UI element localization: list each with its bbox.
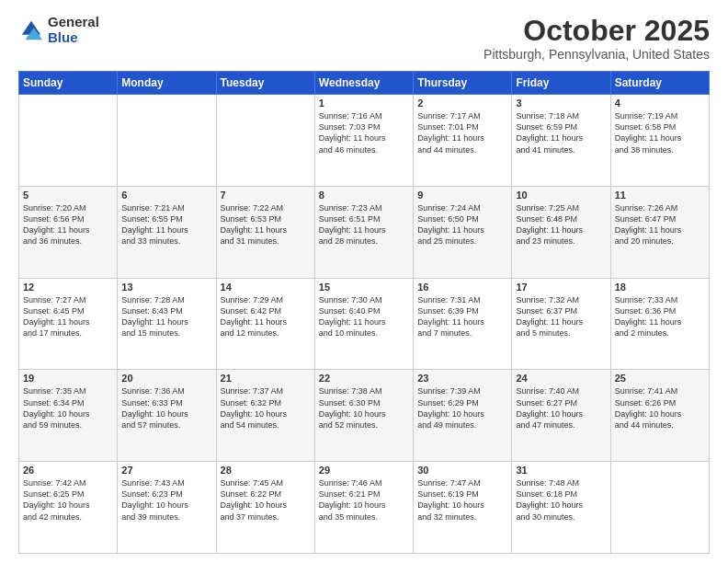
day-number: 8 [319, 190, 409, 201]
calendar-cell: 19Sunrise: 7:35 AM Sunset: 6:34 PM Dayli… [19, 370, 118, 462]
calendar-cell: 28Sunrise: 7:45 AM Sunset: 6:22 PM Dayli… [216, 462, 314, 554]
day-number: 25 [615, 373, 705, 384]
calendar: SundayMondayTuesdayWednesdayThursdayFrid… [18, 71, 710, 554]
calendar-cell: 18Sunrise: 7:33 AM Sunset: 6:36 PM Dayli… [610, 278, 709, 370]
calendar-week-2: 5Sunrise: 7:20 AM Sunset: 6:56 PM Daylig… [19, 186, 710, 278]
calendar-cell: 30Sunrise: 7:47 AM Sunset: 6:19 PM Dayli… [414, 462, 512, 554]
cell-content: Sunrise: 7:26 AM Sunset: 6:47 PM Dayligh… [615, 202, 705, 247]
cell-content: Sunrise: 7:38 AM Sunset: 6:30 PM Dayligh… [319, 385, 409, 431]
calendar-cell: 21Sunrise: 7:37 AM Sunset: 6:32 PM Dayli… [216, 370, 314, 462]
cell-content: Sunrise: 7:39 AM Sunset: 6:29 PM Dayligh… [417, 385, 507, 431]
calendar-cell: 4Sunrise: 7:19 AM Sunset: 6:58 PM Daylig… [610, 95, 709, 187]
page: General Blue October 2025 Pittsburgh, Pe… [0, 0, 728, 563]
calendar-cell [19, 95, 118, 187]
logo-text: General Blue [48, 15, 99, 45]
cell-content: Sunrise: 7:43 AM Sunset: 6:23 PM Dayligh… [121, 477, 211, 523]
day-number: 12 [23, 282, 113, 293]
calendar-cell: 17Sunrise: 7:32 AM Sunset: 6:37 PM Dayli… [512, 278, 610, 370]
calendar-cell: 15Sunrise: 7:30 AM Sunset: 6:40 PM Dayli… [314, 278, 413, 370]
day-number: 27 [121, 465, 211, 476]
day-number: 14 [221, 282, 311, 293]
calendar-week-4: 19Sunrise: 7:35 AM Sunset: 6:34 PM Dayli… [19, 370, 710, 462]
month-title: October 2025 [483, 15, 710, 47]
cell-content: Sunrise: 7:33 AM Sunset: 6:36 PM Dayligh… [615, 294, 705, 339]
day-number: 19 [23, 373, 113, 384]
calendar-cell: 20Sunrise: 7:36 AM Sunset: 6:33 PM Dayli… [118, 370, 216, 462]
day-number: 18 [615, 282, 705, 293]
subtitle: Pittsburgh, Pennsylvania, United States [483, 47, 710, 62]
day-number: 15 [319, 282, 409, 293]
cell-content: Sunrise: 7:16 AM Sunset: 7:03 PM Dayligh… [319, 110, 409, 155]
cell-content: Sunrise: 7:48 AM Sunset: 6:18 PM Dayligh… [516, 477, 606, 523]
day-header-tuesday: Tuesday [216, 72, 314, 95]
cell-content: Sunrise: 7:37 AM Sunset: 6:32 PM Dayligh… [221, 385, 311, 431]
cell-content: Sunrise: 7:17 AM Sunset: 7:01 PM Dayligh… [417, 110, 507, 155]
cell-content: Sunrise: 7:25 AM Sunset: 6:48 PM Dayligh… [516, 202, 606, 247]
day-header-saturday: Saturday [610, 72, 709, 95]
calendar-cell: 10Sunrise: 7:25 AM Sunset: 6:48 PM Dayli… [512, 186, 610, 278]
calendar-cell: 11Sunrise: 7:26 AM Sunset: 6:47 PM Dayli… [610, 186, 709, 278]
day-number: 26 [23, 465, 113, 476]
logo-icon [18, 17, 44, 43]
cell-content: Sunrise: 7:41 AM Sunset: 6:26 PM Dayligh… [615, 385, 705, 431]
day-header-sunday: Sunday [19, 72, 118, 95]
day-header-friday: Friday [512, 72, 610, 95]
calendar-cell [216, 95, 314, 187]
calendar-cell: 1Sunrise: 7:16 AM Sunset: 7:03 PM Daylig… [314, 95, 413, 187]
calendar-cell: 9Sunrise: 7:24 AM Sunset: 6:50 PM Daylig… [414, 186, 512, 278]
day-number: 21 [221, 373, 311, 384]
day-number: 9 [417, 190, 507, 201]
calendar-header-row: SundayMondayTuesdayWednesdayThursdayFrid… [19, 72, 710, 95]
day-number: 6 [121, 190, 211, 201]
day-number: 31 [516, 465, 606, 476]
calendar-cell: 13Sunrise: 7:28 AM Sunset: 6:43 PM Dayli… [118, 278, 216, 370]
day-number: 1 [319, 98, 409, 109]
logo-blue: Blue [48, 30, 99, 46]
cell-content: Sunrise: 7:42 AM Sunset: 6:25 PM Dayligh… [23, 477, 113, 523]
calendar-week-3: 12Sunrise: 7:27 AM Sunset: 6:45 PM Dayli… [19, 278, 710, 370]
title-block: October 2025 Pittsburgh, Pennsylvania, U… [483, 15, 710, 62]
calendar-cell: 23Sunrise: 7:39 AM Sunset: 6:29 PM Dayli… [414, 370, 512, 462]
day-number: 30 [417, 465, 507, 476]
day-number: 4 [615, 98, 705, 109]
day-number: 22 [319, 373, 409, 384]
day-number: 10 [516, 190, 606, 201]
cell-content: Sunrise: 7:20 AM Sunset: 6:56 PM Dayligh… [23, 202, 113, 247]
cell-content: Sunrise: 7:28 AM Sunset: 6:43 PM Dayligh… [121, 294, 211, 339]
day-number: 29 [319, 465, 409, 476]
calendar-cell: 5Sunrise: 7:20 AM Sunset: 6:56 PM Daylig… [19, 186, 118, 278]
day-number: 20 [121, 373, 211, 384]
calendar-week-1: 1Sunrise: 7:16 AM Sunset: 7:03 PM Daylig… [19, 95, 710, 187]
cell-content: Sunrise: 7:29 AM Sunset: 6:42 PM Dayligh… [221, 294, 311, 339]
day-header-thursday: Thursday [414, 72, 512, 95]
cell-content: Sunrise: 7:22 AM Sunset: 6:53 PM Dayligh… [221, 202, 311, 247]
cell-content: Sunrise: 7:21 AM Sunset: 6:55 PM Dayligh… [121, 202, 211, 247]
day-number: 5 [23, 190, 113, 201]
calendar-cell: 31Sunrise: 7:48 AM Sunset: 6:18 PM Dayli… [512, 462, 610, 554]
cell-content: Sunrise: 7:36 AM Sunset: 6:33 PM Dayligh… [121, 385, 211, 431]
day-number: 2 [417, 98, 507, 109]
cell-content: Sunrise: 7:32 AM Sunset: 6:37 PM Dayligh… [516, 294, 606, 339]
day-number: 17 [516, 282, 606, 293]
day-number: 3 [516, 98, 606, 109]
calendar-cell: 26Sunrise: 7:42 AM Sunset: 6:25 PM Dayli… [19, 462, 118, 554]
cell-content: Sunrise: 7:45 AM Sunset: 6:22 PM Dayligh… [221, 477, 311, 523]
cell-content: Sunrise: 7:23 AM Sunset: 6:51 PM Dayligh… [319, 202, 409, 247]
calendar-cell: 27Sunrise: 7:43 AM Sunset: 6:23 PM Dayli… [118, 462, 216, 554]
calendar-cell: 25Sunrise: 7:41 AM Sunset: 6:26 PM Dayli… [610, 370, 709, 462]
cell-content: Sunrise: 7:19 AM Sunset: 6:58 PM Dayligh… [615, 110, 705, 155]
header: General Blue October 2025 Pittsburgh, Pe… [18, 15, 710, 62]
day-number: 7 [221, 190, 311, 201]
logo: General Blue [18, 15, 99, 45]
calendar-week-5: 26Sunrise: 7:42 AM Sunset: 6:25 PM Dayli… [19, 462, 710, 554]
day-number: 13 [121, 282, 211, 293]
day-header-monday: Monday [118, 72, 216, 95]
calendar-cell: 2Sunrise: 7:17 AM Sunset: 7:01 PM Daylig… [414, 95, 512, 187]
calendar-cell: 22Sunrise: 7:38 AM Sunset: 6:30 PM Dayli… [314, 370, 413, 462]
calendar-cell: 24Sunrise: 7:40 AM Sunset: 6:27 PM Dayli… [512, 370, 610, 462]
calendar-cell: 3Sunrise: 7:18 AM Sunset: 6:59 PM Daylig… [512, 95, 610, 187]
calendar-cell: 16Sunrise: 7:31 AM Sunset: 6:39 PM Dayli… [414, 278, 512, 370]
calendar-cell: 8Sunrise: 7:23 AM Sunset: 6:51 PM Daylig… [314, 186, 413, 278]
calendar-cell: 7Sunrise: 7:22 AM Sunset: 6:53 PM Daylig… [216, 186, 314, 278]
calendar-cell: 14Sunrise: 7:29 AM Sunset: 6:42 PM Dayli… [216, 278, 314, 370]
